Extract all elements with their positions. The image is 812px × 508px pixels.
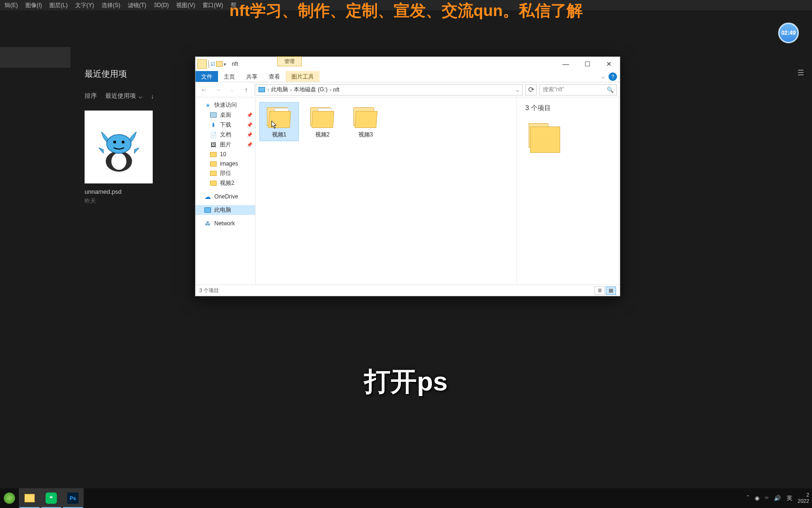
wechat-icon: ❝ bbox=[46, 492, 57, 504]
desktop-icon bbox=[210, 111, 217, 119]
menu-type[interactable]: 文字(Y) bbox=[71, 0, 98, 11]
nav-folder-images[interactable]: images bbox=[195, 159, 255, 168]
maximize-button[interactable]: ☐ bbox=[577, 57, 598, 71]
breadcrumb-item[interactable]: 此电脑 bbox=[271, 86, 288, 94]
status-item-count: 3 个项目 bbox=[199, 287, 219, 294]
nav-documents[interactable]: 📄文档📌 bbox=[195, 130, 255, 140]
explorer-content: 视频1 视频2 视频3 3 个项目 bbox=[256, 97, 620, 285]
breadcrumb-dropdown-icon[interactable]: ⌵ bbox=[516, 87, 519, 93]
nav-recent-dropdown[interactable]: ⌵ bbox=[226, 84, 238, 95]
fish-character-icon bbox=[98, 121, 140, 173]
tray-location-icon[interactable]: ◉ bbox=[755, 495, 759, 501]
menu-window[interactable]: 窗口(W) bbox=[199, 0, 226, 11]
folder-icon bbox=[351, 104, 380, 129]
svg-point-3 bbox=[113, 141, 116, 143]
ribbon-expand-icon[interactable]: ⌵ bbox=[601, 73, 605, 80]
ribbon-tab-home[interactable]: 主页 bbox=[218, 71, 241, 82]
recent-title: 最近使用项 bbox=[85, 68, 202, 79]
menu-edit[interactable]: 辑(E) bbox=[1, 0, 22, 11]
menu-3d[interactable]: 3D(D) bbox=[150, 0, 172, 10]
nav-network[interactable]: 🖧Network bbox=[195, 219, 255, 228]
pin-icon: 📌 bbox=[247, 122, 252, 127]
recent-thumbnail bbox=[85, 111, 153, 183]
chevron-down-icon: ⌵ bbox=[139, 93, 142, 100]
file-list[interactable]: 视频1 视频2 视频3 bbox=[256, 97, 516, 285]
tray-ime-label[interactable]: 英 bbox=[787, 494, 792, 502]
breadcrumb-item[interactable]: nft bbox=[333, 87, 339, 93]
qat-check-icon[interactable]: ☑ bbox=[211, 61, 215, 67]
nav-onedrive[interactable]: ☁OneDrive bbox=[195, 192, 255, 201]
breadcrumb-bar[interactable]: › 此电脑 › 本地磁盘 (G:) › nft ⌵ bbox=[255, 84, 523, 95]
download-icon: ⬇ bbox=[210, 121, 217, 129]
nav-this-pc[interactable]: 此电脑 bbox=[195, 205, 255, 215]
menu-filter[interactable]: 滤镜(T) bbox=[124, 0, 150, 11]
details-pane: 3 个项目 bbox=[516, 97, 620, 285]
folder-item[interactable]: 视频1 bbox=[259, 102, 299, 141]
folder-item[interactable]: 视频3 bbox=[346, 102, 385, 141]
taskbar-photoshop[interactable]: Ps bbox=[62, 488, 84, 508]
breadcrumb-item[interactable]: 本地磁盘 (G:) bbox=[294, 86, 328, 94]
details-view-button[interactable]: ≣ bbox=[594, 286, 605, 295]
sort-dropdown[interactable]: 最近使用项⌵ bbox=[105, 92, 142, 100]
ribbon-tab-file[interactable]: 文件 bbox=[195, 71, 218, 82]
taskbar-file-explorer[interactable] bbox=[19, 488, 40, 508]
nav-back-button[interactable]: ← bbox=[198, 84, 210, 95]
pc-icon bbox=[258, 86, 265, 94]
start-icon bbox=[4, 492, 15, 504]
menu-image[interactable]: 图像(I) bbox=[22, 0, 46, 11]
start-button[interactable] bbox=[0, 488, 19, 508]
minimize-button[interactable]: — bbox=[555, 57, 577, 71]
filter-download-icon[interactable]: ↓ bbox=[151, 93, 154, 100]
menu-select[interactable]: 选择(S) bbox=[98, 0, 124, 11]
recent-file-date: 昨天 bbox=[85, 197, 174, 205]
ribbon-tab-view[interactable]: 查看 bbox=[263, 71, 286, 82]
recent-file-name: unnamed.psd bbox=[85, 188, 174, 195]
menu-layer[interactable]: 图层(L) bbox=[46, 0, 71, 11]
pc-icon bbox=[204, 206, 211, 214]
nav-desktop[interactable]: 桌面📌 bbox=[195, 110, 255, 120]
tray-chevron-icon[interactable]: ˆ bbox=[747, 495, 749, 501]
nav-folder-video2[interactable]: 视频2 bbox=[195, 178, 255, 188]
nav-up-button[interactable]: ↑ bbox=[241, 84, 252, 95]
windows-taskbar[interactable]: ❝ Ps ˆ ◉ ⌔ 🔊 英 2 2022 bbox=[0, 488, 812, 508]
explorer-nav-pane[interactable]: ★快速访问 桌面📌 ⬇下载📌 📄文档📌 🖼图片📌 10 images 部位 视频… bbox=[195, 97, 256, 285]
nav-downloads[interactable]: ⬇下载📌 bbox=[195, 120, 255, 130]
nav-pictures[interactable]: 🖼图片📌 bbox=[195, 140, 255, 150]
photoshop-home-panel: 最近使用项 排序 最近使用项⌵ ↓ unnamed.psd 昨天 bbox=[85, 68, 202, 205]
tray-volume-icon[interactable]: 🔊 bbox=[774, 495, 781, 501]
icons-view-button[interactable]: ▦ bbox=[606, 286, 616, 295]
refresh-button[interactable]: ⟳ bbox=[525, 84, 537, 95]
system-tray[interactable]: ˆ ◉ ⌔ 🔊 英 2 2022 bbox=[747, 492, 812, 504]
photoshop-right-icons: ☰ bbox=[794, 66, 807, 79]
close-button[interactable]: ✕ bbox=[598, 57, 620, 71]
nav-forward-button[interactable]: → bbox=[212, 84, 224, 95]
qat-dropdown-icon[interactable]: ▾ bbox=[224, 62, 226, 67]
qat-item-icon[interactable] bbox=[216, 61, 223, 67]
taskbar-clock[interactable]: 2 2022 bbox=[798, 492, 809, 504]
ribbon-tab-share[interactable]: 共享 bbox=[241, 71, 263, 82]
svg-point-4 bbox=[122, 141, 125, 143]
folder-name: 视频2 bbox=[315, 131, 330, 139]
nav-quick-access[interactable]: ★快速访问 bbox=[195, 100, 255, 110]
star-icon: ★ bbox=[204, 102, 211, 109]
folder-name: 视频3 bbox=[359, 131, 373, 139]
nav-folder-10[interactable]: 10 bbox=[195, 150, 255, 159]
help-icon[interactable]: ? bbox=[609, 72, 617, 81]
tray-wifi-icon[interactable]: ⌔ bbox=[765, 495, 768, 501]
menu-view[interactable]: 视图(V) bbox=[172, 0, 199, 11]
search-input[interactable]: 搜索"nft" 🔍 bbox=[539, 84, 617, 95]
taskbar-wechat[interactable]: ❝ bbox=[40, 488, 62, 508]
nav-folder-parts[interactable]: 部位 bbox=[195, 168, 255, 178]
pin-icon: 📌 bbox=[247, 142, 252, 147]
folder-item[interactable]: 视频2 bbox=[303, 102, 342, 141]
list-view-icon[interactable]: ☰ bbox=[794, 66, 807, 79]
folder-icon bbox=[197, 59, 207, 69]
qat-separator: | bbox=[208, 60, 210, 68]
ribbon-tab-picturetools[interactable]: 图片工具 bbox=[286, 71, 320, 82]
explorer-titlebar[interactable]: | ☑ ▾ nft — ☐ ✕ bbox=[195, 57, 620, 71]
search-placeholder: 搜索"nft" bbox=[543, 86, 564, 94]
recent-file-card[interactable]: unnamed.psd 昨天 bbox=[85, 111, 174, 205]
breadcrumb-chevron-icon: › bbox=[267, 87, 269, 93]
breadcrumb-chevron-icon: › bbox=[290, 87, 292, 93]
file-explorer-icon bbox=[24, 494, 35, 502]
